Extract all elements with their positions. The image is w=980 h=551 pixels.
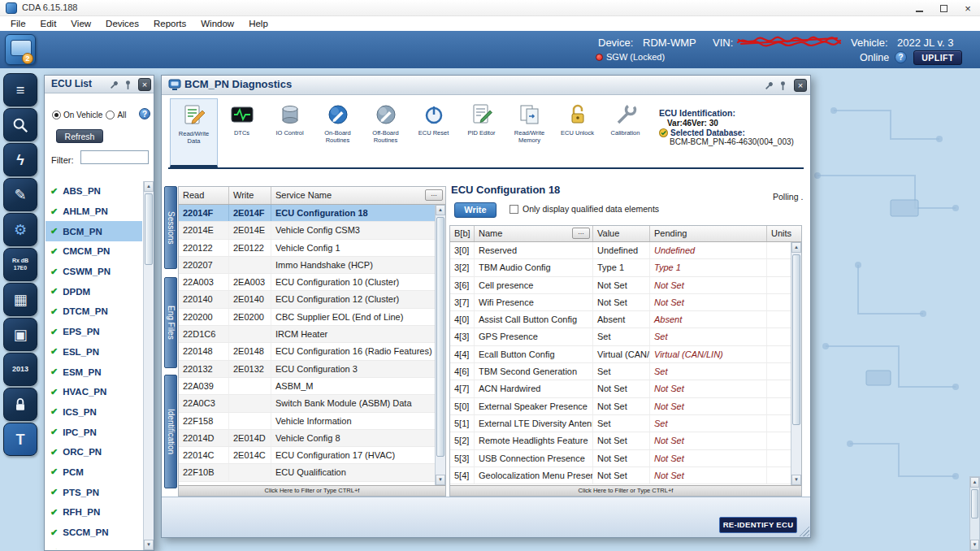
pending-column-header[interactable]: Pending	[650, 226, 767, 241]
tab-eng-files[interactable]: Eng Files	[164, 277, 177, 368]
menu-item[interactable]: Edit	[33, 18, 64, 29]
name-column-header[interactable]: Name ...	[475, 226, 593, 241]
ecu-list-item[interactable]: ✔ DTCM_PN	[46, 302, 142, 322]
ecu-list-item[interactable]: ✔ SGW	[46, 542, 142, 549]
scroll-up-button[interactable]: ▲	[970, 477, 979, 488]
config-scrollbar[interactable]: ▲ ▼	[791, 242, 801, 485]
ecu-list-item[interactable]: ✔ BCM_PN	[46, 221, 142, 241]
service-row[interactable]: 22A003 2EA003 ECU Configuration 10 (Clus…	[179, 274, 435, 291]
ecu-list-item[interactable]: ✔ RFH_PN	[46, 502, 142, 523]
services-filter-bar[interactable]: Click Here to Filter or Type CTRL+f	[179, 485, 445, 496]
config-row[interactable]: 5[3] USB Connection Presence Not Set Not…	[450, 450, 791, 467]
ecu-list-item[interactable]: ✔ ORC_PN	[46, 442, 142, 462]
menu-item[interactable]: View	[63, 18, 98, 29]
menu-item[interactable]: Devices	[98, 18, 146, 29]
service-row[interactable]: 22014D 2E014D Vehicle Config 8	[179, 430, 435, 447]
toolbar-calibration[interactable]: Calibration	[601, 98, 649, 167]
scrollbar-thumb[interactable]	[792, 254, 800, 425]
scroll-down-button[interactable]: ▼	[144, 540, 154, 550]
config-row[interactable]: 5[4] Geolocalization Menu Presence Not S…	[450, 467, 791, 484]
ecu-list-item[interactable]: ✔ ESM_PN	[46, 362, 142, 382]
tab-identification[interactable]: Identification	[164, 375, 177, 488]
toolbar-read-write-memory[interactable]: Read/Write Memory	[505, 98, 553, 167]
sidebar-topology-button[interactable]: T	[3, 423, 37, 456]
menu-item[interactable]: Reports	[146, 18, 193, 29]
scroll-down-button[interactable]: ▼	[791, 475, 801, 485]
service-row[interactable]: 22D1C6 IRCM Heater	[179, 326, 435, 343]
menu-item[interactable]: Window	[193, 18, 241, 29]
cda-logo[interactable]: 2	[5, 34, 36, 65]
scrollbar-thumb[interactable]	[436, 217, 444, 457]
resize-grip[interactable]	[798, 525, 809, 536]
service-row[interactable]: 22A039 ASBM_M	[179, 378, 435, 395]
scroll-up-button[interactable]: ▲	[144, 181, 154, 192]
config-row[interactable]: 5[1] External LTE Diversity Antenna Set …	[450, 415, 791, 432]
services-scrollbar[interactable]: ▲ ▼	[435, 205, 445, 485]
toolbar-dtcs[interactable]: DTCs	[218, 98, 266, 167]
all-radio[interactable]	[106, 111, 115, 119]
qualified-elements-checkbox[interactable]	[510, 205, 518, 214]
toolbar-ecu-unlock[interactable]: ECU Unlock	[553, 98, 601, 167]
write-column-header[interactable]: Write	[229, 187, 271, 204]
refresh-button[interactable]: Refresh	[56, 129, 103, 143]
ecu-list-titlebar[interactable]: ECU List ×	[45, 76, 154, 93]
service-row[interactable]: 220122 2E0122 Vehicle Config 1	[179, 240, 435, 257]
value-column-header[interactable]: Value	[593, 226, 650, 241]
service-row[interactable]: 220148 2E0148 ECU Configuration 16 (Radi…	[179, 343, 435, 360]
tab-sessions[interactable]: Sessions	[164, 186, 177, 269]
service-row[interactable]: 220207 Immo Handshake (HCP)	[179, 257, 435, 274]
sidebar-flash-button[interactable]: ϟ	[3, 143, 37, 176]
units-column-header[interactable]: Units	[767, 226, 801, 241]
config-row[interactable]: 4[4] Ecall Button Config Virtual (CAN/L …	[450, 346, 791, 363]
diagnostics-titlebar[interactable]: BCM_PN Diagnostics ×	[162, 76, 810, 95]
name-filter-button[interactable]: ...	[572, 228, 590, 239]
config-row[interactable]: 4[7] ACN Hardwired Not Set Not Set	[450, 380, 791, 397]
scrollbar-thumb[interactable]	[971, 489, 978, 518]
scroll-down-button[interactable]: ▼	[436, 475, 445, 485]
toolbar-ecu-reset[interactable]: ECU Reset	[410, 98, 457, 167]
ecu-list-item[interactable]: ✔ AHLM_PN	[46, 202, 142, 222]
service-row[interactable]: 22F158 Vehicle Information	[179, 413, 435, 430]
toolbar-pid-editor[interactable]: PID Editor	[457, 98, 505, 167]
ecu-list-close-button[interactable]: ×	[138, 78, 151, 91]
ecu-list-item[interactable]: ✔ ESL_PN	[46, 342, 142, 362]
service-filter-button[interactable]: ...	[425, 189, 443, 201]
ecu-list-item[interactable]: ✔ CSWM_PN	[46, 262, 142, 282]
write-button[interactable]: Write	[454, 202, 497, 218]
toolbar-on-board-routines[interactable]: On-Board Routines	[314, 98, 362, 167]
sidebar-data-writer-button[interactable]: ✎	[3, 178, 37, 211]
pin-icon[interactable]	[123, 79, 133, 89]
config-row[interactable]: 4[3] GPS Presence Set Set	[450, 328, 791, 345]
ecu-list-item[interactable]: ✔ ICS_PN	[46, 402, 142, 423]
ecu-filter-input[interactable]	[80, 150, 149, 164]
maximize-button[interactable]	[931, 0, 956, 16]
sidebar-lock-button[interactable]	[3, 388, 37, 421]
pin-icon[interactable]	[778, 80, 788, 90]
sidebar-modules-button[interactable]: ▦	[3, 283, 37, 316]
ecu-list-item[interactable]: ✔ PCM	[46, 462, 142, 483]
uplift-button[interactable]: UPLIFT	[913, 50, 962, 65]
sidebar-rx-db-button[interactable]: Rx dB 17E0	[3, 248, 37, 281]
on-vehicle-radio[interactable]	[52, 111, 61, 119]
toolbar-read-write-data[interactable]: Read/Write Data	[170, 98, 218, 167]
ecu-list-item[interactable]: ✔ SCCM_PN	[46, 523, 142, 543]
reidentify-ecu-button[interactable]: RE-IDENTIFY ECU	[719, 517, 797, 533]
ecu-list-scrollbar[interactable]: ▲ ▼	[143, 181, 154, 550]
menu-item[interactable]: Help	[241, 18, 275, 29]
config-row[interactable]: 5[0] External Speaker Presence Not Set N…	[450, 398, 791, 415]
config-row[interactable]: 3[2] TBM Audio Config Type 1 Type 1	[450, 259, 791, 276]
read-column-header[interactable]: Read	[179, 187, 229, 204]
ecu-list-item[interactable]: ✔ CMCM_PN	[46, 241, 142, 262]
diagnostics-close-button[interactable]: ×	[794, 79, 807, 92]
scrollbar-thumb[interactable]	[145, 193, 153, 265]
service-row[interactable]: 22014E 2E014E Vehicle Config CSM3	[179, 222, 435, 239]
config-row[interactable]: 4[0] Assist Call Button Config Absent Ab…	[450, 311, 791, 328]
ecu-list-help-icon[interactable]: ?	[139, 108, 150, 119]
ecu-list-item[interactable]: ✔ ABS_PN	[46, 181, 142, 202]
service-name-column-header[interactable]: Service Name ...	[271, 187, 445, 204]
close-button[interactable]: ×	[956, 0, 980, 16]
scroll-up-button[interactable]: ▲	[436, 205, 445, 215]
ecu-list-item[interactable]: ✔ EPS_PN	[46, 322, 142, 342]
toolbar-off-board-routines[interactable]: Off-Board Routines	[362, 98, 410, 167]
ecu-list-item[interactable]: ✔ DPDM	[46, 281, 142, 302]
